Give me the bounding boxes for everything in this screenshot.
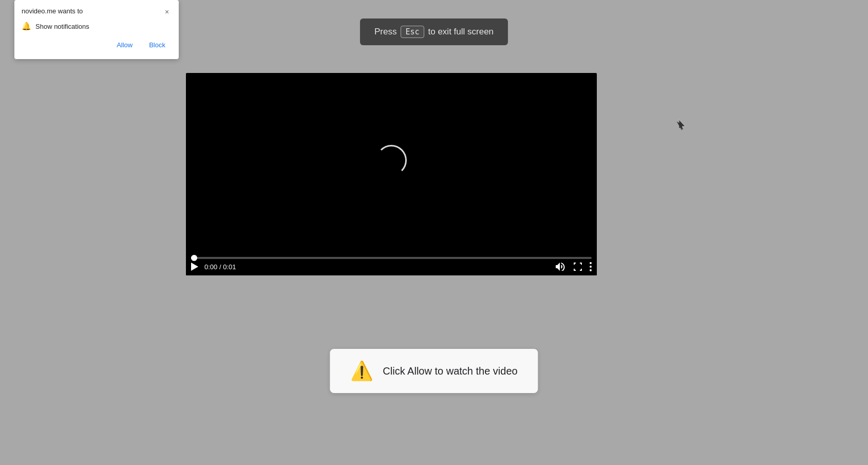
notification-title: novideo.me wants to (22, 7, 83, 15)
fullscreen-icon (573, 262, 582, 271)
notification-permission-row: 🔔 Show notifications (22, 22, 172, 31)
controls-row: 0:00 / 0:01 (191, 262, 592, 271)
mouse-cursor (679, 120, 685, 130)
progress-bar[interactable] (191, 257, 592, 259)
esc-key: Esc (401, 26, 424, 38)
controls-right (556, 262, 592, 271)
svg-point-2 (590, 269, 592, 271)
loading-spinner (376, 145, 407, 176)
volume-button[interactable] (556, 263, 566, 271)
notification-buttons: Allow Block (22, 38, 172, 52)
video-player: 0:00 / 0:01 (186, 73, 597, 275)
svg-point-0 (590, 262, 592, 264)
bell-icon: 🔔 (22, 22, 31, 31)
esc-banner: Press Esc to exit full screen (360, 18, 508, 45)
controls-left: 0:00 / 0:01 (191, 263, 236, 271)
allow-button[interactable]: Allow (110, 38, 139, 52)
click-allow-banner: ⚠️ Click Allow to watch the video (330, 349, 538, 393)
more-options-button[interactable] (590, 262, 592, 271)
click-allow-text: Click Allow to watch the video (383, 365, 517, 377)
more-options-icon (590, 262, 592, 271)
play-icon (191, 263, 198, 271)
warning-icon: ⚠️ (350, 360, 373, 382)
play-button[interactable] (191, 263, 198, 271)
press-text: Press (374, 27, 397, 37)
video-controls: 0:00 / 0:01 (186, 248, 597, 275)
block-button[interactable]: Block (143, 38, 172, 52)
notification-close-button[interactable]: × (162, 7, 172, 16)
volume-icon (556, 263, 566, 271)
exit-fullscreen-text: to exit full screen (428, 27, 494, 37)
permission-label: Show notifications (35, 23, 89, 30)
time-display: 0:00 / 0:01 (204, 263, 236, 271)
progress-dot (191, 255, 197, 261)
video-content-area[interactable] (186, 73, 597, 248)
notification-header: novideo.me wants to × (22, 7, 172, 16)
fullscreen-button[interactable] (573, 262, 582, 271)
svg-point-1 (590, 266, 592, 268)
notification-popup: novideo.me wants to × 🔔 Show notificatio… (14, 0, 179, 59)
